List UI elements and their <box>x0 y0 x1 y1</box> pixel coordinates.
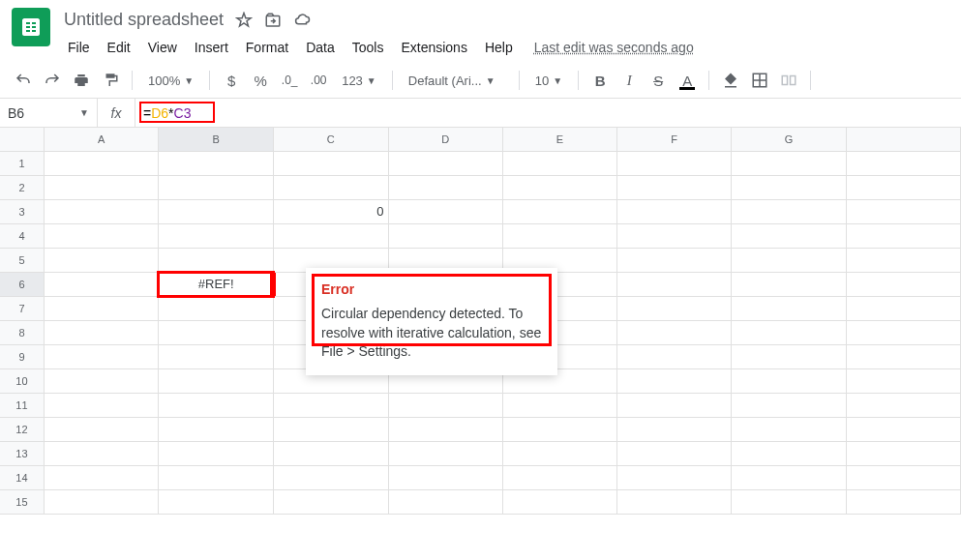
cell[interactable] <box>502 151 616 175</box>
cell[interactable] <box>388 441 502 465</box>
menu-view[interactable]: View <box>140 36 185 59</box>
cell[interactable] <box>274 223 388 248</box>
row-header[interactable]: 6 <box>0 272 44 296</box>
cell[interactable] <box>388 417 502 441</box>
cell[interactable] <box>388 393 502 417</box>
cell[interactable] <box>846 199 960 223</box>
cell[interactable] <box>44 248 158 272</box>
cell[interactable] <box>846 441 960 465</box>
cell[interactable] <box>732 272 846 296</box>
cell[interactable] <box>159 320 274 344</box>
col-header[interactable]: F <box>617 128 732 151</box>
cell[interactable] <box>617 368 732 393</box>
increase-decimal-icon[interactable]: .00 <box>307 69 330 92</box>
cell[interactable] <box>617 417 732 441</box>
cell[interactable] <box>159 296 274 320</box>
decrease-decimal-icon[interactable]: .0_ <box>278 69 301 92</box>
cell[interactable] <box>159 489 274 514</box>
undo-icon[interactable] <box>12 69 35 92</box>
cell[interactable] <box>617 296 732 320</box>
cell[interactable] <box>44 441 158 465</box>
cell[interactable] <box>159 441 274 465</box>
cell[interactable] <box>388 223 502 248</box>
row-header[interactable]: 5 <box>0 248 44 272</box>
redo-icon[interactable] <box>41 69 64 92</box>
select-all-corner[interactable] <box>0 128 44 151</box>
cell[interactable] <box>159 223 274 248</box>
cell[interactable] <box>44 417 158 441</box>
text-color-icon[interactable]: A <box>676 69 699 92</box>
cell[interactable] <box>44 368 158 393</box>
zoom-dropdown[interactable]: 100%▼ <box>142 74 199 88</box>
cell[interactable] <box>274 417 388 441</box>
cell[interactable] <box>732 199 846 223</box>
cell[interactable] <box>617 151 732 175</box>
bold-icon[interactable]: B <box>588 69 612 92</box>
cell[interactable] <box>44 296 158 320</box>
row-header[interactable]: 3 <box>0 199 44 223</box>
cell[interactable] <box>159 151 274 175</box>
cell-b6[interactable]: #REF! <box>159 272 274 296</box>
cell[interactable] <box>732 489 846 514</box>
row-header[interactable]: 11 <box>0 393 44 417</box>
cell[interactable] <box>44 151 158 175</box>
cell[interactable] <box>502 393 616 417</box>
col-header[interactable] <box>846 128 960 151</box>
cell[interactable] <box>159 393 274 417</box>
cell[interactable] <box>617 199 732 223</box>
cell[interactable] <box>44 272 158 296</box>
borders-icon[interactable] <box>748 69 771 92</box>
row-header[interactable]: 10 <box>0 368 44 393</box>
cell[interactable] <box>732 344 846 368</box>
paint-format-icon[interactable] <box>99 69 122 92</box>
cell-c3[interactable]: 0 <box>274 199 388 223</box>
cell[interactable] <box>502 223 616 248</box>
strikethrough-icon[interactable]: S <box>646 69 670 92</box>
cell[interactable] <box>274 489 388 514</box>
cell[interactable] <box>502 417 616 441</box>
col-header[interactable]: B <box>159 128 274 151</box>
cell[interactable] <box>846 417 960 441</box>
percent-icon[interactable]: % <box>249 69 272 92</box>
cell[interactable] <box>732 320 846 344</box>
col-header[interactable]: A <box>44 128 158 151</box>
cell[interactable] <box>159 199 274 223</box>
cell[interactable] <box>502 199 616 223</box>
cell[interactable] <box>388 151 502 175</box>
menu-file[interactable]: File <box>60 36 98 59</box>
menu-format[interactable]: Format <box>238 36 296 59</box>
cell[interactable] <box>846 489 960 514</box>
sheets-logo[interactable] <box>12 8 50 46</box>
col-header[interactable]: G <box>732 128 846 151</box>
cell[interactable] <box>732 393 846 417</box>
menu-insert[interactable]: Insert <box>187 36 236 59</box>
menu-help[interactable]: Help <box>477 36 521 59</box>
cell[interactable] <box>617 175 732 199</box>
move-icon[interactable] <box>264 12 282 29</box>
row-header[interactable]: 14 <box>0 465 44 489</box>
cell[interactable] <box>846 248 960 272</box>
cell[interactable] <box>617 248 732 272</box>
italic-icon[interactable]: I <box>617 69 641 92</box>
cell[interactable] <box>846 296 960 320</box>
cell[interactable] <box>274 393 388 417</box>
cell[interactable] <box>274 465 388 489</box>
row-header[interactable]: 15 <box>0 489 44 514</box>
cell[interactable] <box>44 223 158 248</box>
cell[interactable] <box>388 465 502 489</box>
col-header[interactable]: E <box>502 128 616 151</box>
cell[interactable] <box>732 296 846 320</box>
fill-color-icon[interactable] <box>719 69 742 92</box>
cell[interactable] <box>159 465 274 489</box>
cell[interactable] <box>846 320 960 344</box>
cell[interactable] <box>502 465 616 489</box>
print-icon[interactable] <box>70 69 93 92</box>
cell[interactable] <box>388 489 502 514</box>
row-header[interactable]: 13 <box>0 441 44 465</box>
cell[interactable] <box>44 320 158 344</box>
cell[interactable] <box>846 223 960 248</box>
cell[interactable] <box>732 441 846 465</box>
cell[interactable] <box>846 344 960 368</box>
cell[interactable] <box>846 272 960 296</box>
row-header[interactable]: 9 <box>0 344 44 368</box>
